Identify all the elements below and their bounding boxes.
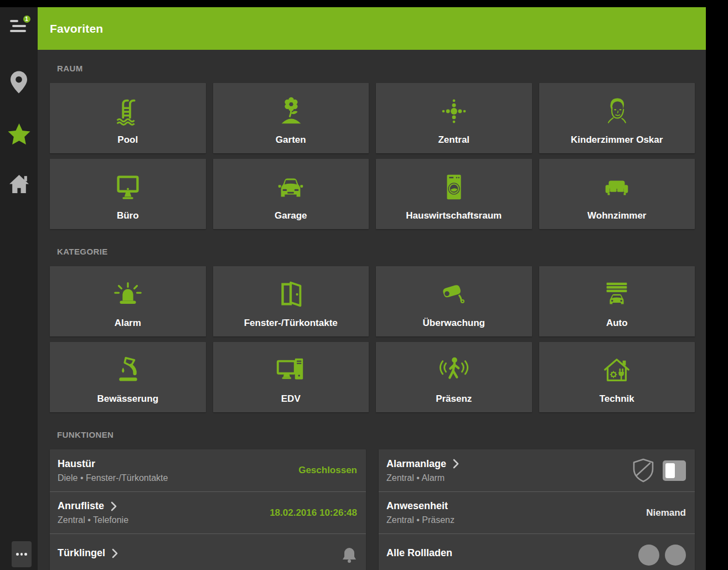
kategorie-tile-alarm[interactable]: Alarm [50, 266, 206, 336]
more-options-button[interactable] [12, 541, 32, 567]
raum-tile-buero[interactable]: Büro [50, 159, 206, 229]
function-title: Alarmanlage [386, 458, 446, 470]
kategorie-tile-fenster-tuerkontakte[interactable]: Fenster-/Türkontakte [213, 266, 369, 336]
funktionen-lists: Haustür Diele • Fenster-/Türkontakte Ges… [50, 449, 695, 570]
function-subtitle: Diele • Fenster-/Türkontakte [58, 473, 298, 483]
toggle-knob [665, 463, 675, 478]
tile-label: Fenster-/Türkontakte [244, 318, 338, 329]
car-front-icon [273, 159, 308, 210]
tile-label: Präsenz [436, 393, 472, 405]
raum-tile-hauswirtschaftsraum[interactable]: Hauswirtschaftsraum [376, 159, 532, 229]
child-face-icon [600, 83, 633, 134]
function-status-value: 18.02.2016 10:26:48 [270, 507, 357, 519]
ellipsis-dot [20, 553, 23, 556]
open-door-icon [273, 266, 308, 318]
washing-machine-icon [437, 159, 471, 210]
funktionen-list-right: Alarmanlage Zentral • Alarm [379, 449, 695, 570]
raum-grid: Pool [50, 83, 695, 229]
section-label-kategorie: KATEGORIE [57, 247, 695, 256]
raum-tile-pool[interactable]: Pool [50, 83, 206, 153]
monitor-icon [111, 159, 145, 210]
raum-tile-wohnzimmer[interactable]: Wohnzimmer [539, 159, 695, 229]
central-dots-icon [437, 83, 471, 134]
favorites-nav-button[interactable] [0, 123, 38, 144]
alarm-toggle-switch[interactable] [663, 460, 686, 481]
function-row-tuerklingel[interactable]: Türklingel [50, 533, 366, 570]
blinds-up-button[interactable] [638, 545, 659, 566]
function-row-haustuer[interactable]: Haustür Diele • Fenster-/Türkontakte Ges… [50, 449, 366, 491]
rooms-nav-button[interactable] [0, 70, 38, 94]
section-label-funktionen: FUNKTIONEN [57, 430, 695, 439]
kategorie-tile-auto[interactable]: Auto [539, 266, 695, 336]
kategorie-tile-ueberwachung[interactable]: Überwachung [376, 266, 532, 336]
garage-door-car-icon [600, 266, 634, 318]
function-row-anrufliste[interactable]: Anrufliste Zentral • Telefonie 18.02.201… [50, 491, 366, 533]
sidebar: 1 [0, 7, 38, 570]
pool-ladder-icon [111, 83, 145, 134]
function-title: Anwesenheit [386, 500, 448, 512]
kategorie-grid: Alarm Fenster-/Türkontakte [50, 266, 695, 412]
chevron-right-icon [112, 548, 118, 558]
function-status-value: Niemand [646, 507, 686, 519]
tile-label: Zentral [438, 134, 469, 146]
function-row-alarmanlage[interactable]: Alarmanlage Zentral • Alarm [379, 449, 695, 491]
chevron-right-icon [111, 501, 117, 511]
function-title: Türklingel [58, 547, 105, 559]
page-title: Favoriten [50, 22, 103, 35]
chevron-right-icon [453, 459, 459, 469]
irrigation-icon [111, 342, 145, 393]
tile-label: Garage [275, 210, 307, 221]
computer-tower-icon [273, 342, 308, 393]
tile-label: Bewässerung [97, 393, 158, 405]
kategorie-tile-praesenz[interactable]: Präsenz [376, 342, 532, 412]
doorbell-icon [342, 547, 357, 563]
section-label-raum: RAUM [57, 64, 695, 73]
function-title: Haustür [58, 458, 95, 470]
tile-label: Büro [117, 210, 139, 221]
star-icon [8, 123, 30, 144]
raum-tile-garage[interactable]: Garage [213, 159, 369, 229]
tile-label: Auto [606, 318, 628, 329]
tile-label: Hauswirtschaftsraum [406, 210, 502, 221]
app-window: 1 [0, 7, 706, 570]
location-pin-icon [9, 70, 28, 94]
sofa-icon [600, 159, 634, 210]
function-subtitle: Zentral • Alarm [386, 473, 632, 483]
presence-walker-icon [437, 342, 471, 393]
siren-icon [111, 266, 145, 318]
title-bar: Favoriten [38, 7, 706, 50]
hamburger-menu-icon: 1 [10, 19, 28, 33]
tile-label: Wohnzimmer [587, 210, 646, 221]
function-subtitle: Zentral • Präsenz [386, 515, 646, 525]
tile-label: Kinderzimmer Oskar [571, 134, 663, 146]
raum-tile-kinderzimmer-oskar[interactable]: Kinderzimmer Oskar [539, 83, 695, 153]
home-nav-button[interactable] [0, 174, 38, 194]
function-status-value: Geschlossen [298, 465, 357, 476]
scroll-content[interactable]: RAUM Pool [38, 50, 706, 570]
tile-label: Technik [600, 393, 634, 405]
ellipsis-dot [24, 553, 27, 556]
ellipsis-more-icon [16, 553, 19, 556]
flower-icon [273, 83, 308, 134]
home-icon [8, 174, 30, 194]
function-row-anwesenheit[interactable]: Anwesenheit Zentral • Präsenz Niemand [379, 491, 695, 533]
funktionen-list-left: Haustür Diele • Fenster-/Türkontakte Ges… [50, 449, 366, 570]
notification-badge: 1 [22, 14, 32, 24]
tile-label: Pool [117, 134, 138, 146]
shield-disarmed-icon [632, 458, 655, 483]
kategorie-tile-edv[interactable]: EDV [213, 342, 369, 412]
raum-tile-garten[interactable]: Garten [213, 83, 369, 153]
blinds-down-button[interactable] [665, 545, 686, 566]
function-title: Alle Rollladen [386, 547, 452, 559]
tile-label: Alarm [115, 318, 141, 329]
house-tech-icon [600, 342, 634, 393]
kategorie-tile-technik[interactable]: Technik [539, 342, 695, 412]
function-row-alle-rollladen[interactable]: Alle Rollladen [379, 533, 695, 570]
raum-tile-zentral[interactable]: Zentral [376, 83, 532, 153]
function-subtitle: Zentral • Telefonie [58, 515, 270, 525]
cctv-camera-icon [437, 266, 471, 318]
tile-label: Überwachung [423, 318, 485, 329]
main-area: Favoriten RAUM Pool [38, 7, 706, 570]
menu-button[interactable]: 1 [0, 19, 38, 33]
kategorie-tile-bewaesserung[interactable]: Bewässerung [50, 342, 206, 412]
